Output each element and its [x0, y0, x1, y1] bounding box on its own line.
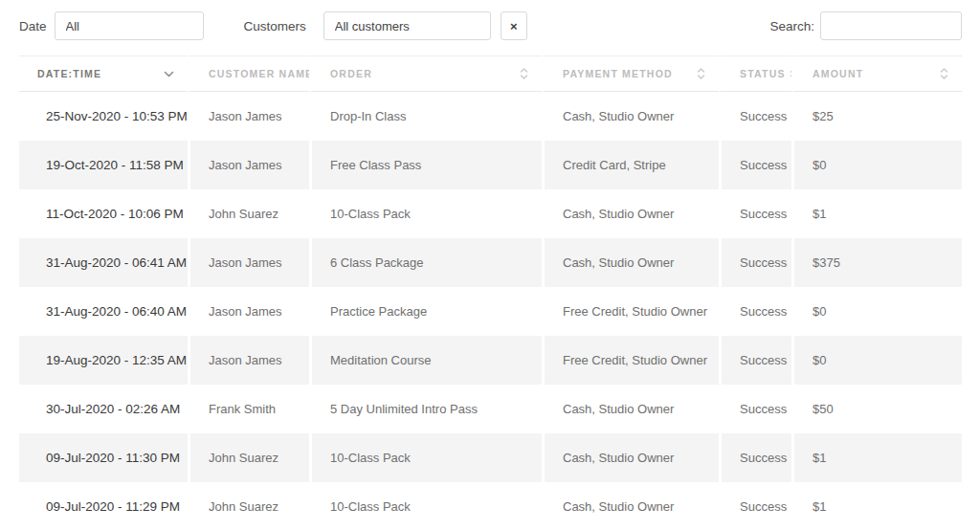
- cell-status: Success: [719, 238, 791, 287]
- table-header-row: DATE:TIMECUSTOMER NAMEORDERPAYMENT METHO…: [19, 55, 962, 92]
- table-row[interactable]: 31-Aug-2020 - 06:40 AMJason JamesPractic…: [19, 287, 962, 336]
- cell-status: Success: [719, 189, 791, 238]
- filter-bar: Date Customers × Search:: [0, 0, 980, 55]
- cell-payment-method: Cash, Studio Owner: [542, 433, 719, 482]
- column-header-amount[interactable]: AMOUNT: [791, 55, 962, 92]
- cell-customer-name: John Suarez: [188, 433, 309, 482]
- sort-updown-icon: [697, 67, 705, 80]
- cell-status: Success: [719, 92, 791, 141]
- cell-order: Drop-In Class: [309, 92, 542, 141]
- cell-amount: $0: [791, 141, 962, 189]
- customers-filter-input[interactable]: [323, 11, 491, 40]
- cell-order: 10-Class Pack: [309, 189, 542, 238]
- sort-updown-icon: [940, 67, 948, 80]
- column-header-customer-name[interactable]: CUSTOMER NAME: [188, 55, 309, 92]
- cell-status: Success: [719, 433, 791, 482]
- cell-payment-method: Cash, Studio Owner: [542, 238, 719, 287]
- table-row[interactable]: 30-Jul-2020 - 02:26 AMFrank Smith5 Day U…: [19, 385, 962, 433]
- table-row[interactable]: 31-Aug-2020 - 06:41 AMJason James6 Class…: [19, 238, 962, 287]
- cell-amount: $1: [791, 482, 962, 530]
- cell-datetime: 09-Jul-2020 - 11:30 PM: [19, 433, 188, 482]
- cell-order: Meditation Course: [309, 336, 542, 385]
- cell-order: 5 Day Unlimited Intro Pass: [309, 385, 542, 433]
- cell-order: 10-Class Pack: [309, 433, 542, 482]
- column-header-date-time[interactable]: DATE:TIME: [19, 55, 188, 92]
- cell-payment-method: Free Credit, Studio Owner: [542, 287, 719, 336]
- cell-payment-method: Free Credit, Studio Owner: [542, 336, 719, 385]
- table-row[interactable]: 19-Oct-2020 - 11:58 PMJason JamesFree Cl…: [19, 141, 962, 189]
- cell-amount: $25: [791, 92, 962, 141]
- chevron-down-icon: [164, 71, 174, 77]
- column-label: DATE:TIME: [37, 68, 101, 79]
- cell-payment-method: Cash, Studio Owner: [542, 189, 719, 238]
- cell-amount: $1: [791, 189, 962, 238]
- cell-amount: $1: [791, 433, 962, 482]
- cell-datetime: 31-Aug-2020 - 06:41 AM: [19, 238, 188, 287]
- search-label: Search:: [769, 19, 814, 33]
- cell-customer-name: Jason James: [188, 336, 309, 385]
- table-row[interactable]: 25-Nov-2020 - 10:53 PMJason JamesDrop-In…: [19, 92, 962, 141]
- column-label: ORDER: [330, 68, 372, 79]
- column-header-order[interactable]: ORDER: [309, 55, 542, 92]
- close-icon[interactable]: ×: [501, 11, 527, 40]
- sort-updown-icon: [790, 67, 791, 80]
- sort-updown-icon: [520, 67, 528, 80]
- cell-customer-name: John Suarez: [188, 482, 309, 530]
- cell-status: Success: [719, 141, 791, 189]
- cell-payment-method: Cash, Studio Owner: [542, 482, 719, 530]
- table-row[interactable]: 19-Aug-2020 - 12:35 AMJason JamesMeditat…: [19, 336, 962, 385]
- cell-customer-name: Jason James: [188, 141, 309, 189]
- cell-datetime: 19-Aug-2020 - 12:35 AM: [19, 336, 188, 385]
- cell-status: Success: [719, 336, 791, 385]
- date-filter-label: Date: [19, 19, 47, 33]
- column-header-payment-method[interactable]: PAYMENT METHOD: [542, 55, 719, 92]
- cell-datetime: 30-Jul-2020 - 02:26 AM: [19, 385, 188, 433]
- cell-payment-method: Cash, Studio Owner: [542, 92, 719, 141]
- table-body: 25-Nov-2020 - 10:53 PMJason JamesDrop-In…: [19, 92, 962, 530]
- cell-status: Success: [719, 385, 791, 433]
- cell-datetime: 09-Jul-2020 - 11:29 PM: [19, 482, 188, 530]
- column-label: CUSTOMER NAME: [209, 68, 309, 79]
- column-label: STATUS: [740, 68, 786, 79]
- cell-datetime: 25-Nov-2020 - 10:53 PM: [19, 92, 188, 141]
- column-label: PAYMENT METHOD: [563, 68, 673, 79]
- cell-order: Practice Package: [309, 287, 542, 336]
- cell-customer-name: Jason James: [188, 92, 309, 141]
- cell-datetime: 11-Oct-2020 - 10:06 PM: [19, 189, 188, 238]
- cell-payment-method: Credit Card, Stripe: [542, 141, 719, 189]
- cell-datetime: 19-Oct-2020 - 11:58 PM: [19, 141, 188, 189]
- cell-status: Success: [719, 287, 791, 336]
- cell-customer-name: Jason James: [188, 238, 309, 287]
- table-row[interactable]: 09-Jul-2020 - 11:29 PMJohn Suarez10-Clas…: [19, 482, 962, 530]
- table-row[interactable]: 09-Jul-2020 - 11:30 PMJohn Suarez10-Clas…: [19, 433, 962, 482]
- table-row[interactable]: 11-Oct-2020 - 10:06 PMJohn Suarez10-Clas…: [19, 189, 962, 238]
- customers-filter-label: Customers: [244, 19, 306, 33]
- cell-customer-name: John Suarez: [188, 189, 309, 238]
- cell-amount: $375: [791, 238, 962, 287]
- cell-order: 10-Class Pack: [309, 482, 542, 530]
- cell-datetime: 31-Aug-2020 - 06:40 AM: [19, 287, 188, 336]
- cell-amount: $0: [791, 336, 962, 385]
- cell-customer-name: Frank Smith: [188, 385, 309, 433]
- column-header-status[interactable]: STATUS: [719, 55, 791, 92]
- cell-order: 6 Class Package: [309, 238, 542, 287]
- search-input[interactable]: [820, 11, 962, 40]
- column-label: AMOUNT: [813, 68, 863, 79]
- date-filter-input[interactable]: [55, 11, 204, 40]
- cell-order: Free Class Pass: [309, 141, 542, 189]
- cell-status: Success: [719, 482, 791, 530]
- cell-customer-name: Jason James: [188, 287, 309, 336]
- cell-amount: $0: [791, 287, 962, 336]
- orders-table: DATE:TIMECUSTOMER NAMEORDERPAYMENT METHO…: [19, 55, 962, 530]
- cell-payment-method: Cash, Studio Owner: [542, 385, 719, 433]
- cell-amount: $50: [791, 385, 962, 433]
